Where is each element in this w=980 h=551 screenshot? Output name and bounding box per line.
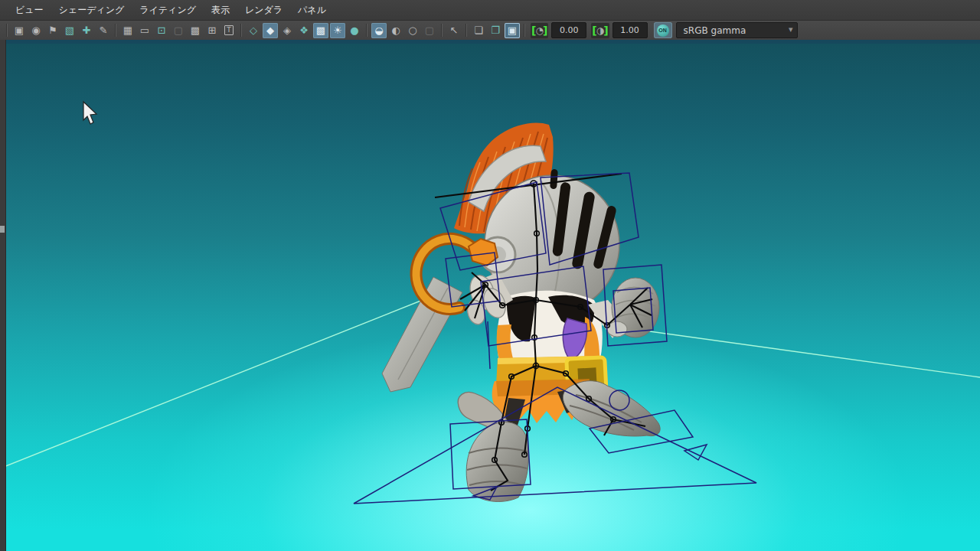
gamma-toggle-button[interactable]: ON bbox=[654, 22, 672, 38]
default-material-icon[interactable]: ▩ bbox=[313, 23, 328, 38]
safe-action-icon[interactable]: ⊞ bbox=[204, 23, 220, 38]
film-gate-icon[interactable]: ▭ bbox=[137, 23, 152, 38]
occlusion-icon[interactable]: ◒ bbox=[371, 23, 387, 38]
textured-icon[interactable]: ❖ bbox=[296, 23, 312, 38]
contrast-control: [ ◑ ] bbox=[591, 22, 647, 38]
colorspace-dropdown[interactable]: sRGB gamma ▾ bbox=[676, 22, 798, 38]
menu-shading[interactable]: シェーディング bbox=[51, 2, 132, 19]
viewport-left-edge bbox=[0, 40, 6, 551]
menu-renderer[interactable]: レンダラ bbox=[237, 2, 290, 19]
scene-svg bbox=[0, 40, 980, 551]
menu-panels[interactable]: パネル bbox=[290, 2, 334, 19]
toolbar-separator bbox=[524, 24, 525, 37]
lighting-icon[interactable]: ☀ bbox=[330, 23, 345, 38]
toolbar-separator bbox=[6, 24, 8, 37]
shaded-icon[interactable]: ◆ bbox=[263, 23, 278, 38]
resolution-gate-icon[interactable]: ⊡ bbox=[154, 23, 169, 38]
image-plane-icon[interactable]: ▧ bbox=[62, 23, 77, 38]
panel-toolbar: ▣◉⚑▧✚✎▦▭⊡▢▩⊞T◇◆◈❖▩☀●◒◐○▢↖❏❐▣ [ ◔ ] [ ◑ ]… bbox=[0, 21, 980, 41]
menu-view[interactable]: ビュー bbox=[8, 2, 51, 19]
menu-lighting[interactable]: ライティング bbox=[132, 2, 204, 19]
bookmark-icon[interactable]: ⚑ bbox=[45, 23, 60, 38]
field-chart-icon[interactable]: ▩ bbox=[188, 23, 203, 38]
gate-mask-icon[interactable]: ▢ bbox=[171, 23, 186, 38]
exposure-icon[interactable]: [ ◔ ] bbox=[531, 23, 548, 38]
knight-character[interactable] bbox=[382, 122, 660, 501]
toolbar-separator bbox=[466, 24, 467, 37]
colorspace-value: sRGB gamma bbox=[684, 25, 746, 36]
wireframe-on-shaded-icon[interactable]: ◈ bbox=[279, 23, 295, 38]
exposure-control: [ ◔ ] bbox=[531, 22, 586, 38]
image-display-icon[interactable]: ▣ bbox=[505, 23, 520, 38]
toolbar-icon-strip: ▣◉⚑▧✚✎▦▭⊡▢▩⊞T◇◆◈❖▩☀●◒◐○▢↖❏❐▣ bbox=[3, 23, 528, 38]
toolbar-separator bbox=[240, 24, 242, 37]
toolbar-separator bbox=[366, 24, 368, 37]
chevron-down-icon: ▾ bbox=[789, 24, 793, 34]
wireframe-icon[interactable]: ◇ bbox=[246, 23, 261, 38]
menu-show[interactable]: 表示 bbox=[204, 2, 237, 19]
select-tool-icon[interactable]: ↖ bbox=[446, 23, 462, 38]
mouse-cursor bbox=[83, 102, 96, 124]
viewport-canvas[interactable] bbox=[0, 40, 980, 551]
anti-alias-icon[interactable]: ○ bbox=[405, 23, 420, 38]
left-edge-notch bbox=[0, 226, 5, 233]
motion-blur-icon[interactable]: ◐ bbox=[388, 23, 403, 38]
shadows-icon[interactable]: ● bbox=[347, 23, 362, 38]
toolbar-separator bbox=[115, 24, 116, 37]
contrast-field[interactable] bbox=[612, 22, 648, 38]
grease-pencil-icon[interactable]: ✎ bbox=[96, 23, 111, 38]
camera-attributes-icon[interactable]: ◉ bbox=[28, 23, 44, 38]
on-badge: ON bbox=[657, 24, 669, 37]
toolbar-separator bbox=[441, 24, 443, 37]
exposure-field[interactable] bbox=[551, 22, 586, 38]
isolate-add-icon[interactable]: ❐ bbox=[488, 23, 503, 38]
pan-zoom-icon[interactable]: ✚ bbox=[79, 23, 94, 38]
select-camera-icon[interactable]: ▣ bbox=[11, 23, 27, 38]
grid-icon[interactable]: ▦ bbox=[120, 23, 136, 38]
isolate-select-icon[interactable]: ❏ bbox=[471, 23, 486, 38]
depth-of-field-icon[interactable]: ▢ bbox=[422, 23, 437, 38]
panel-menubar: ビューシェーディングライティング表示レンダラパネル bbox=[0, 0, 980, 21]
right-boot bbox=[563, 381, 660, 436]
contrast-icon[interactable]: [ ◑ ] bbox=[591, 23, 609, 38]
safe-title-icon[interactable]: T bbox=[221, 23, 237, 38]
